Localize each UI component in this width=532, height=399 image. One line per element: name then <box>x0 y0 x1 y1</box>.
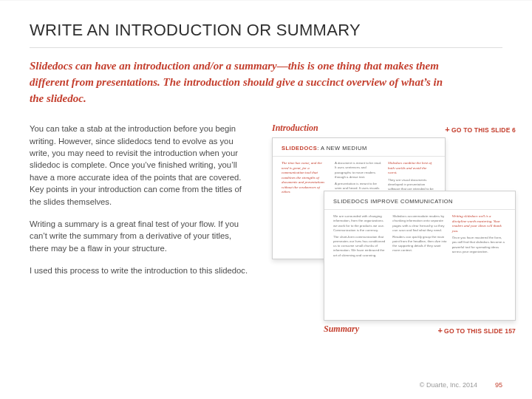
lede-paragraph: Slidedocs can have an introduction and/o… <box>30 58 443 106</box>
plus-icon: + <box>437 326 443 335</box>
introduction-label: Introduction <box>272 123 318 134</box>
go-to-slide-6-link[interactable]: +GO TO THIS SLIDE 6 <box>445 126 516 134</box>
go-to-slide-157-link[interactable]: +GO TO THIS SLIDE 157 <box>437 327 516 335</box>
go-link-text: GO TO THIS SLIDE 6 <box>451 126 516 134</box>
body-p2: Writing a summary is a great final test … <box>30 218 251 254</box>
summary-slide-thumbnail: SLIDEDOCS IMPROVE COMMUNICATION We are s… <box>324 191 516 321</box>
page-title: WRITE AN INTRODUCTION OR SUMMARY <box>30 21 502 48</box>
plus-icon: + <box>445 125 450 134</box>
body-copy: You can take a stab at the introduction … <box>30 123 251 287</box>
thumb-b-title: SLIDEDOCS IMPROVE COMMUNICATION <box>324 191 515 210</box>
thumb-a-title-prefix: SLIDEDOCS <box>282 145 317 151</box>
thumb-a-title-suffix: : A NEW MEDIUM <box>317 145 366 151</box>
copyright: © Duarte, Inc. 2014 <box>420 381 477 389</box>
go-link-text: GO TO THIS SLIDE 157 <box>444 327 516 335</box>
page-number: 95 <box>495 381 502 389</box>
body-p1: You can take a stab at the introduction … <box>30 123 251 208</box>
body-p3: I used this process to write the introdu… <box>30 265 251 276</box>
summary-label: Summary <box>324 324 359 335</box>
